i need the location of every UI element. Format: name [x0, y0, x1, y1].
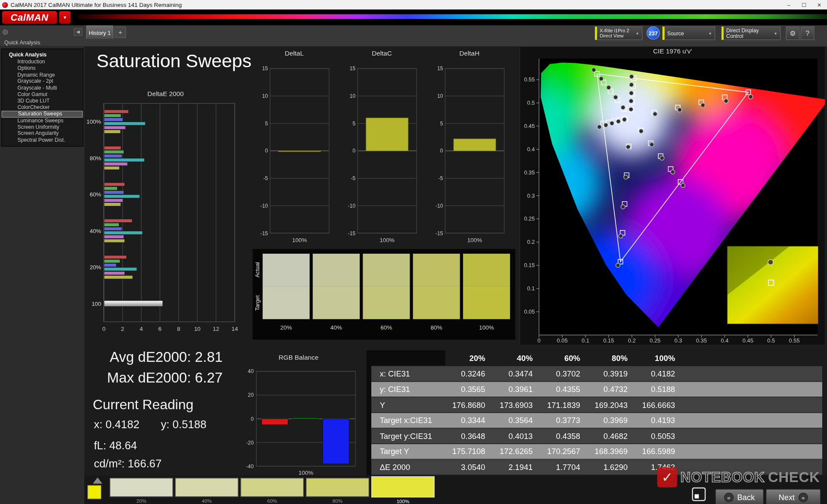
- deltac-chart: DeltaC 151050-5-10-15100%: [342, 50, 422, 247]
- sidebar-item-grayscale-2pt[interactable]: Grayscale - 2pt: [2, 78, 83, 84]
- deltae2000-plot: 02468101214100%80%60%40%20%100: [86, 99, 246, 334]
- svg-text:15: 15: [437, 65, 443, 72]
- reading-count-badge: 237: [647, 26, 660, 40]
- meter-dropdown[interactable]: X-Rite i1Pro 2 Direct View ▼: [595, 26, 642, 40]
- sidebar-item-color-gamut[interactable]: Color Gamut: [2, 91, 83, 98]
- svg-text:14: 14: [231, 326, 238, 332]
- max-de2000: Max dE2000: 6.27: [107, 370, 223, 386]
- table-row: y: CIE310.35650.39610.43550.47320.5188: [371, 382, 822, 397]
- actual-row-label: Actual: [253, 253, 262, 286]
- sidebar-item-saturation-sweeps[interactable]: Saturation Sweeps: [2, 111, 83, 117]
- logo-menu-button[interactable]: ▼: [59, 11, 71, 24]
- table-row: Target y:CIE310.36480.40130.43580.46820.…: [371, 428, 822, 444]
- svg-text:100%: 100%: [87, 118, 101, 125]
- page-title: Saturation Sweeps: [96, 50, 252, 71]
- table-row: Target x:CIE310.33440.35640.37730.39690.…: [371, 413, 822, 428]
- help-button[interactable]: ?: [801, 26, 815, 40]
- deltac-plot: 151050-5-10-15100%: [342, 58, 422, 245]
- sidebar-item-dynamic-range[interactable]: Dynamic Range: [2, 72, 83, 78]
- help-icon: ?: [805, 29, 809, 37]
- sidebar-item-options[interactable]: Options: [2, 65, 83, 72]
- new-tab-button[interactable]: +: [115, 26, 126, 38]
- swatch-100%: 100%: [463, 253, 510, 340]
- back-button[interactable]: « Back: [715, 489, 764, 504]
- tab-bar: ◀ History 1 + X-Rite i1Pro 2 Direct View…: [0, 25, 827, 47]
- display-window-button[interactable]: [692, 487, 706, 501]
- svg-text:10: 10: [350, 93, 356, 99]
- display-control-dropdown[interactable]: Direct Display Control ▼: [721, 26, 780, 40]
- svg-text:0: 0: [265, 148, 268, 154]
- back-label: Back: [737, 493, 755, 502]
- settings-button[interactable]: ⚙: [786, 26, 799, 40]
- maximize-button[interactable]: ☐: [796, 0, 812, 9]
- minimize-button[interactable]: –: [781, 0, 796, 9]
- sidebar-item-quick-analysis[interactable]: Quick Analysis: [2, 51, 83, 59]
- sidebar-collapse-button[interactable]: ◀: [74, 28, 82, 36]
- svg-text:10: 10: [437, 93, 443, 99]
- svg-text:8: 8: [177, 326, 180, 332]
- svg-text:0.05: 0.05: [557, 337, 568, 343]
- svg-text:0.4: 0.4: [527, 146, 535, 152]
- meter-name: X-Rite i1Pro 2: [600, 28, 629, 33]
- next-label: Next: [778, 493, 795, 502]
- sidebar-item-spectral-power-dist[interactable]: Spectral Power Dist.: [2, 137, 83, 143]
- title-bar: CalMAN 2017 CalMAN Ultimate for Business…: [0, 0, 827, 9]
- chart-title: DeltaH: [429, 50, 510, 58]
- svg-text:20%: 20%: [90, 264, 101, 271]
- sidebar-item-luminance-sweeps[interactable]: Luminance Sweeps: [2, 118, 83, 124]
- chevron-down-icon: ▼: [705, 31, 712, 35]
- svg-text:0.2: 0.2: [527, 239, 535, 245]
- svg-text:0: 0: [352, 148, 355, 154]
- sidebar-item-colorchecker[interactable]: ColorChecker: [2, 104, 83, 111]
- svg-text:0: 0: [102, 326, 105, 332]
- screenshot-root: CalMAN 2017 CalMAN Ultimate for Business…: [0, 0, 827, 504]
- svg-text:10: 10: [262, 93, 268, 99]
- svg-text:-15: -15: [260, 230, 268, 236]
- tab-history-1[interactable]: History 1: [86, 25, 114, 39]
- current-fl: fL: 48.64: [94, 439, 137, 452]
- swatch-20%: 20%: [262, 253, 310, 340]
- svg-text:0: 0: [538, 337, 541, 343]
- svg-text:-20: -20: [246, 440, 254, 446]
- bottom-patch-40%[interactable]: 40%: [175, 478, 239, 504]
- svg-text:-5: -5: [351, 175, 355, 181]
- svg-text:0.1: 0.1: [527, 285, 535, 292]
- svg-text:15: 15: [262, 65, 268, 72]
- svg-text:20: 20: [248, 392, 254, 398]
- patch-overview-button[interactable]: [87, 477, 108, 503]
- sidebar-item-3d-cube-lut[interactable]: 3D Cube LUT: [2, 98, 83, 104]
- svg-text:-5: -5: [438, 175, 443, 181]
- calman-window: CalMAN 2017 CalMAN Ultimate for Business…: [0, 0, 827, 504]
- chart-title: DeltaC: [342, 50, 422, 58]
- sidebar-item-introduction[interactable]: Introduction: [2, 59, 83, 65]
- svg-text:12: 12: [213, 326, 219, 332]
- bottom-patch-60%[interactable]: 60%: [240, 478, 304, 504]
- panel-menu-button[interactable]: [3, 30, 8, 35]
- bottom-patch-80%[interactable]: 80%: [306, 478, 369, 504]
- deltah-plot: 151050-5-10-15100%: [429, 58, 510, 245]
- avg-de2000: Avg dE2000: 2.81: [110, 349, 223, 366]
- source-dropdown[interactable]: Source ▼: [662, 26, 715, 40]
- sidebar-item-screen-angularity[interactable]: Screen Angularity: [2, 131, 83, 137]
- bottom-patch-100%[interactable]: 100%: [371, 478, 435, 504]
- calman-logo: CalMAN: [2, 11, 57, 24]
- current-x: x: 0.4182: [94, 418, 140, 431]
- svg-text:2: 2: [121, 326, 124, 332]
- bottom-patch-20%[interactable]: 20%: [110, 478, 173, 504]
- svg-text:-15: -15: [348, 230, 356, 236]
- svg-text:100%: 100%: [298, 470, 313, 476]
- close-button[interactable]: ✕: [811, 0, 827, 9]
- back-arrows-icon: «: [724, 492, 734, 502]
- yellow-patch-icon: [87, 485, 101, 499]
- gear-icon: ⚙: [790, 29, 796, 37]
- next-button[interactable]: Next »: [766, 489, 821, 504]
- sidebar-tree-items: IntroductionOptionsDynamic RangeGrayscal…: [2, 59, 83, 143]
- svg-text:6: 6: [159, 326, 162, 332]
- svg-text:60%: 60%: [90, 191, 101, 198]
- svg-text:4: 4: [140, 326, 143, 332]
- deltal-chart: DeltaL 151050-5-10-15100%: [254, 50, 334, 247]
- sidebar-item-grayscale-multi[interactable]: Grayscale - Multi: [2, 85, 83, 91]
- svg-text:-5: -5: [263, 175, 268, 181]
- sidebar-item-screen-uniformity[interactable]: Screen Uniformity: [2, 124, 83, 131]
- chart-title: DeltaE 2000: [86, 90, 246, 99]
